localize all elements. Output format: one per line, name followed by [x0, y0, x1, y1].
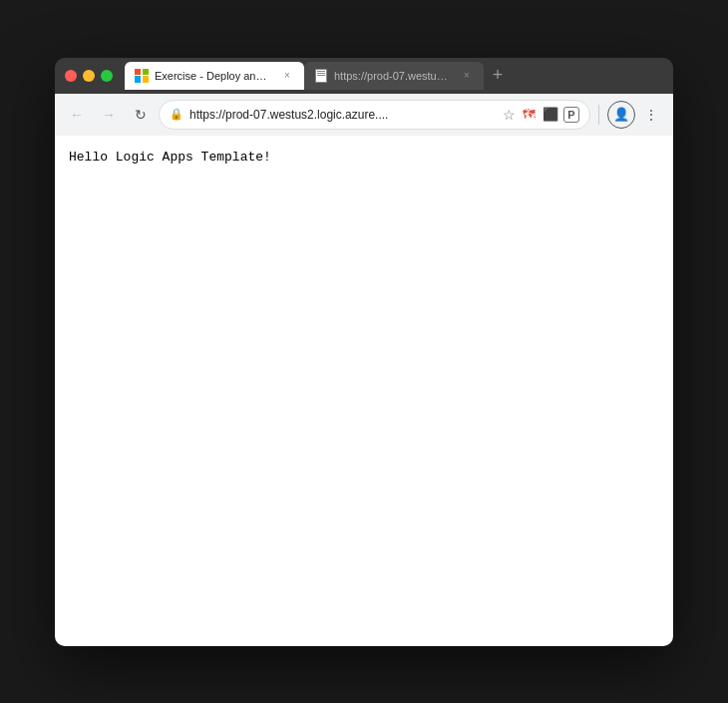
title-bar: Exercise - Deploy and expor × https://pr… — [55, 58, 673, 94]
forward-icon: → — [102, 107, 116, 123]
back-button[interactable]: ← — [63, 101, 91, 129]
address-text: https://prod-07.westus2.logic.azure.... — [189, 108, 497, 122]
page-content: Hello Logic Apps Template! — [55, 136, 673, 646]
tab-exercise-close[interactable]: × — [280, 69, 294, 83]
windows-favicon-icon — [135, 69, 149, 83]
address-bar-icons: ☆ 🗺 ⬛ P — [503, 106, 579, 124]
address-bar[interactable]: 🔒 https://prod-07.westus2.logic.azure...… — [159, 100, 590, 130]
nav-separator — [598, 105, 599, 125]
minimize-button[interactable] — [83, 70, 95, 82]
refresh-icon: ↻ — [135, 107, 147, 123]
account-button[interactable]: 👤 — [607, 101, 635, 129]
page-text: Hello Logic Apps Template! — [69, 148, 659, 168]
more-options-button[interactable]: ⋮ — [637, 101, 665, 129]
p-extension-icon[interactable]: P — [563, 107, 579, 123]
maximize-button[interactable] — [101, 70, 113, 82]
more-icon: ⋮ — [644, 107, 658, 123]
browser-window: Exercise - Deploy and expor × https://pr… — [55, 58, 673, 646]
nav-bar: ← → ↻ 🔒 https://prod-07.westus2.logic.az… — [55, 94, 673, 136]
tab-exercise-label: Exercise - Deploy and expor — [155, 70, 272, 82]
traffic-lights — [65, 70, 113, 82]
nav-right: 👤 ⋮ — [607, 101, 665, 129]
tabs-bar: Exercise - Deploy and expor × https://pr… — [125, 62, 663, 90]
back-icon: ← — [70, 107, 84, 123]
forward-button[interactable]: → — [95, 101, 123, 129]
maps-extension-icon[interactable]: 🗺 — [520, 106, 538, 124]
document-favicon-icon — [314, 69, 328, 83]
new-tab-button[interactable]: + — [484, 62, 512, 90]
lock-icon: 🔒 — [170, 108, 183, 121]
stack-extension-icon[interactable]: ⬛ — [542, 106, 559, 124]
tab-azure-close[interactable]: × — [460, 69, 474, 83]
refresh-button[interactable]: ↻ — [127, 101, 155, 129]
account-icon: 👤 — [613, 107, 629, 122]
close-button[interactable] — [65, 70, 77, 82]
tab-azure-label: https://prod-07.westus2.logi — [334, 70, 452, 82]
bookmark-star-icon[interactable]: ☆ — [503, 107, 516, 123]
tab-exercise[interactable]: Exercise - Deploy and expor × — [125, 62, 304, 90]
tab-azure[interactable]: https://prod-07.westus2.logi × — [304, 62, 484, 90]
